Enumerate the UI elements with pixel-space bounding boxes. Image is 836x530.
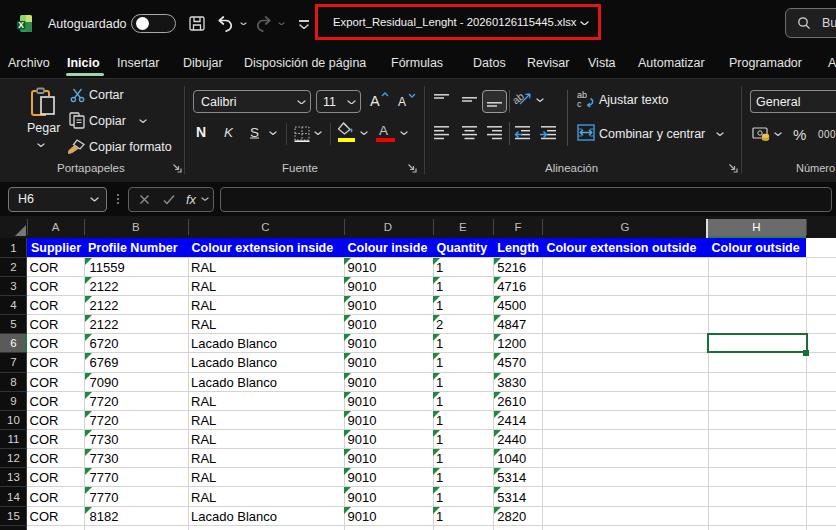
svg-text:X: X (18, 20, 24, 30)
svg-text:c: c (577, 99, 582, 109)
